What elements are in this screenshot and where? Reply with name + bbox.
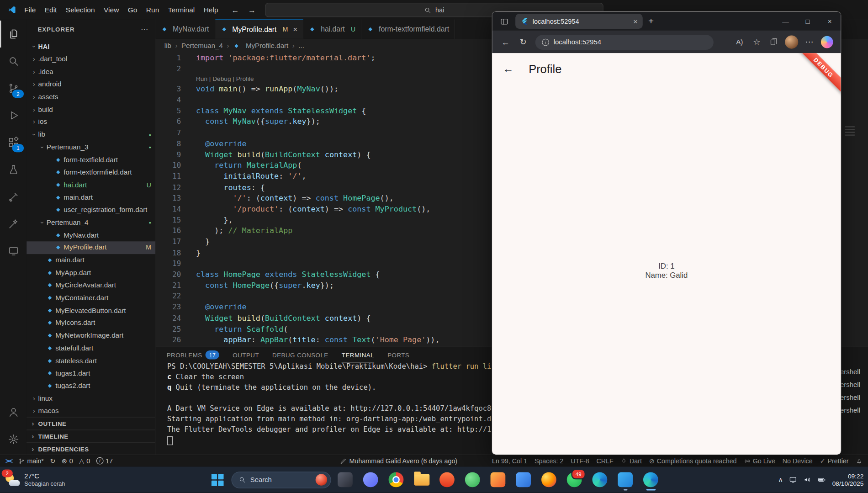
remote-explorer-icon[interactable] (0, 238, 26, 265)
nav-back-icon[interactable]: ← (232, 5, 239, 14)
clock[interactable]: 09:22 08/10/2025 (832, 472, 864, 487)
folder-tree-item[interactable]: ›lib● (26, 128, 155, 141)
app-edge-icon[interactable] (588, 469, 611, 491)
panel-tab-output[interactable]: OUTPUT (233, 347, 259, 363)
error-count[interactable]: ⊗0 (62, 457, 73, 465)
explorer-actions-icon[interactable]: ⋯ (141, 25, 149, 34)
folder-tree-item[interactable]: ›HAI (26, 40, 155, 53)
app-photos-icon[interactable] (334, 469, 357, 491)
app-back-button[interactable]: ← (503, 63, 513, 75)
minimize-button[interactable]: — (774, 11, 796, 31)
remote-indicator[interactable]: >< (5, 457, 12, 465)
tab-actions-icon[interactable] (498, 15, 511, 28)
cursor-position[interactable]: Ln 99, Col 1 (492, 457, 527, 465)
file-tree-item[interactable]: ·user_registration_form.dart (26, 204, 155, 216)
language-mode[interactable]: Dart (621, 457, 642, 465)
settings-gear-icon[interactable] (0, 426, 26, 453)
editor-tab-form-textformfield.dart[interactable]: form-textformfield.dart (361, 19, 455, 38)
extensions-icon[interactable]: 1 (0, 129, 26, 156)
cast-icon[interactable] (789, 476, 797, 484)
eol[interactable]: CRLF (596, 457, 613, 465)
menu-file[interactable]: File (20, 5, 40, 14)
breadcrumb-item[interactable]: lib (164, 42, 171, 49)
app-file-explorer-icon[interactable] (410, 469, 433, 491)
maximize-button[interactable]: □ (797, 11, 819, 31)
file-tree-item[interactable]: ·tugas1.dart (26, 367, 155, 379)
folder-tree-item[interactable]: ›.idea (26, 65, 155, 78)
close-tab-icon[interactable]: × (633, 17, 638, 26)
nav-forward-icon[interactable]: → (248, 5, 256, 14)
section-outline[interactable]: ›OUTLINE (26, 417, 155, 429)
info-count[interactable]: i17 (96, 457, 113, 465)
app-vscode-icon[interactable] (614, 469, 637, 491)
file-tree-item[interactable]: ·MyElevatedButton.dart (26, 304, 155, 317)
run-debug-icon[interactable] (0, 102, 26, 129)
file-tree-item[interactable]: ·MyNetworkImage.dart (26, 329, 155, 342)
folder-tree-item[interactable]: ›build (26, 103, 155, 116)
file-tree-item[interactable]: ·form-textfield.dart (26, 154, 155, 166)
explorer-icon[interactable] (0, 21, 26, 48)
app-discord-icon[interactable] (359, 469, 382, 491)
ai-wand-icon[interactable] (0, 210, 26, 237)
device-selector[interactable]: No Device (783, 457, 813, 465)
file-tree-item[interactable]: ·stateless.dart (26, 355, 155, 367)
file-tree-item[interactable]: ·MyIcons.dart (26, 317, 155, 329)
battery-icon[interactable] (818, 476, 826, 484)
go-live[interactable]: Go Live (744, 457, 775, 465)
profile-avatar[interactable] (785, 36, 798, 49)
file-tree-item[interactable]: ·MyProfile.dartM (26, 241, 155, 254)
sync-status[interactable]: ↻ (50, 457, 55, 465)
file-tree-item[interactable]: ·form-textformfield.dart (26, 166, 155, 178)
app-firefox-icon[interactable] (538, 469, 561, 491)
warning-count[interactable]: △0 (79, 457, 90, 465)
editor-tab-MyNav.dart[interactable]: MyNav.dart (155, 19, 215, 38)
menu-go[interactable]: Go (123, 5, 142, 14)
breadcrumb-item[interactable]: Pertemuan_4 (181, 42, 223, 49)
start-button[interactable] (206, 469, 229, 491)
section-timeline[interactable]: ›TIMELINE (26, 429, 155, 442)
panel-tab-debug-console[interactable]: DEBUG CONSOLE (272, 347, 328, 363)
menu-selection[interactable]: Selection (61, 5, 99, 14)
folder-tree-item[interactable]: ›Pertemuan_3● (26, 141, 155, 153)
app-brave-icon[interactable] (436, 469, 459, 491)
tools-icon[interactable] (0, 183, 26, 210)
folder-tree-item[interactable]: ›assets (26, 90, 155, 103)
favorite-star-icon[interactable]: ☆ (749, 34, 764, 50)
copilot-status[interactable]: ⊘Completions quota reached (649, 457, 737, 465)
git-blame-status[interactable]: Muhammad Galid Avero (6 days ago) (340, 457, 457, 465)
breadcrumb-item[interactable]: MyProfile.dart (246, 42, 288, 49)
app-store-icon[interactable] (487, 469, 509, 491)
editor-tab-MyProfile.dart[interactable]: MyProfile.dartM× (215, 19, 304, 38)
file-tree-item[interactable]: ·MyNav.dart (26, 229, 155, 241)
file-tree-item[interactable]: ·statefull.dart (26, 342, 155, 354)
address-bar[interactable]: i localhost:52954 (535, 35, 714, 50)
file-tree-item[interactable]: ·MyCircleAvatar.dart (26, 279, 155, 292)
folder-tree-item[interactable]: ›.dart_tool (26, 53, 155, 65)
menu-view[interactable]: View (99, 5, 123, 14)
app-whatsapp-icon[interactable]: 49 (563, 469, 586, 491)
source-control-icon[interactable]: 2 (0, 75, 26, 102)
indentation[interactable]: Spaces: 2 (535, 457, 564, 465)
menu-run[interactable]: Run (142, 5, 164, 14)
menu-edit[interactable]: Edit (40, 5, 61, 14)
breadcrumb-item[interactable]: ... (298, 42, 304, 49)
browser-back-button[interactable]: ← (498, 34, 513, 50)
close-window-button[interactable]: × (819, 11, 841, 31)
copilot-icon[interactable] (821, 36, 833, 48)
notifications-bell[interactable] (856, 457, 863, 464)
prettier-status[interactable]: ✓Prettier (820, 457, 848, 465)
new-tab-button[interactable]: + (648, 16, 654, 27)
folder-tree-item[interactable]: ›linux (26, 392, 155, 404)
panel-tab-problems[interactable]: PROBLEMS17 (167, 347, 220, 363)
account-icon[interactable] (0, 398, 26, 425)
file-tree-item[interactable]: ·MyApp.dart (26, 266, 155, 279)
panel-tab-ports[interactable]: PORTS (387, 347, 409, 363)
app-chrome-icon[interactable] (385, 469, 408, 491)
tray-chevron-icon[interactable]: ∧ (778, 476, 783, 483)
file-tree-item[interactable]: ·hai.dartU (26, 179, 155, 191)
encoding[interactable]: UTF-8 (571, 457, 589, 465)
weather-widget[interactable]: 2 27°C Sebagian cerah (5, 472, 65, 488)
volume-icon[interactable] (804, 476, 812, 484)
site-info-icon[interactable]: i (542, 38, 549, 46)
git-branch-status[interactable]: main* (18, 457, 44, 465)
